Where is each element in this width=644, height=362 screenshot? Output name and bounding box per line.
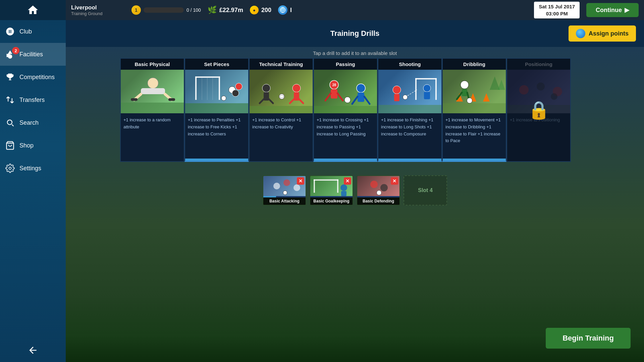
svg-rect-47 bbox=[394, 94, 399, 101]
date-box: Sat 15 Jul 2017 03:00 PM bbox=[534, 2, 580, 18]
slot-remove-button-1[interactable]: ✕ bbox=[297, 177, 304, 185]
drill-image-set-pieces bbox=[185, 70, 248, 113]
svg-rect-41 bbox=[415, 78, 417, 100]
svg-point-69 bbox=[293, 184, 300, 191]
date-value: Sat 15 Jul 2017 bbox=[539, 3, 575, 10]
drill-hint: Tap a drill to add it to an available sl… bbox=[66, 47, 644, 58]
xp-label: 0 / 100 bbox=[186, 7, 201, 13]
slots-area: ✕ Basic Attacking ✕ bbox=[66, 169, 644, 209]
sidebar-back[interactable] bbox=[0, 339, 66, 362]
svg-line-37 bbox=[352, 97, 358, 104]
drills-container: Basic Physical +1 increase to a ran bbox=[66, 58, 644, 165]
sidebar-item-club[interactable]: Club bbox=[0, 20, 66, 43]
svg-rect-75 bbox=[341, 191, 346, 196]
assign-label: Assign points bbox=[589, 30, 629, 37]
svg-rect-2 bbox=[141, 88, 165, 94]
topbar-team: Liverpool bbox=[71, 4, 125, 11]
slot-card-3[interactable]: ✕ Basic Defending bbox=[357, 175, 400, 205]
svg-line-33 bbox=[325, 93, 331, 101]
sidebar-item-facilities[interactable]: Facilities 2 bbox=[0, 43, 66, 66]
begin-training-button[interactable]: Begin Training bbox=[546, 328, 631, 349]
svg-rect-10 bbox=[195, 76, 220, 78]
drill-title-technical-training: Technical Training bbox=[250, 59, 313, 70]
slot-remove-button-2[interactable]: ✕ bbox=[344, 177, 351, 185]
sidebar-item-settings[interactable]: Settings bbox=[0, 157, 66, 180]
svg-rect-6 bbox=[168, 98, 175, 101]
drill-card-basic-physical[interactable]: Basic Physical +1 increase to a ran bbox=[120, 58, 184, 162]
begin-training-label: Begin Training bbox=[562, 334, 614, 342]
slot-card-1[interactable]: ✕ Basic Attacking bbox=[263, 175, 306, 205]
svg-point-24 bbox=[292, 84, 301, 92]
content-area: Training Drills Assign points Tap a dril… bbox=[66, 20, 644, 362]
drill-image-shooting bbox=[378, 70, 441, 113]
slot-label-2: Basic Goalkeeping bbox=[310, 197, 353, 205]
drill-desc-set-pieces: +1 increase to Penalties +1 increase to … bbox=[185, 113, 248, 159]
settings-icon bbox=[5, 164, 15, 173]
slot-card-2[interactable]: ✕ Basic Goalkeeping bbox=[310, 175, 353, 205]
globe-label: I bbox=[290, 7, 292, 14]
drill-selected-bar-dribbling bbox=[443, 159, 506, 161]
drill-card-technical-training[interactable]: Technical Training bbox=[249, 58, 313, 162]
drill-card-positioning[interactable]: Positioning +1 increase to Positioning 🔒 bbox=[506, 58, 571, 162]
sidebar-home-button[interactable] bbox=[0, 0, 66, 20]
svg-rect-32 bbox=[331, 89, 337, 99]
svg-line-38 bbox=[364, 97, 370, 104]
continue-button[interactable]: Continue ▶ bbox=[586, 3, 639, 17]
svg-rect-5 bbox=[131, 98, 138, 101]
drill-desc-basic-physical: +1 increase to a random attribute bbox=[121, 113, 184, 161]
assign-icon bbox=[576, 29, 585, 38]
globe-icon bbox=[278, 5, 287, 15]
drill-selected-bar-passing bbox=[314, 159, 377, 161]
continue-arrow-icon: ▶ bbox=[625, 6, 629, 14]
drill-image-technical-training bbox=[250, 70, 313, 113]
sidebar: Club Facilities 2 Competitions Transfers… bbox=[0, 0, 66, 362]
main-content: Liverpool Training Ground 1 0 / 100 🌿 £2… bbox=[66, 0, 644, 362]
drill-title-passing: Passing bbox=[314, 59, 377, 70]
slot-card-4[interactable]: Slot 4 bbox=[404, 175, 447, 205]
svg-point-70 bbox=[283, 191, 287, 195]
svg-point-17 bbox=[235, 83, 242, 90]
svg-rect-40 bbox=[314, 106, 377, 113]
svg-point-35 bbox=[357, 84, 365, 93]
search-icon bbox=[5, 118, 15, 127]
drill-card-passing[interactable]: Passing 28 bbox=[313, 58, 378, 162]
svg-marker-53 bbox=[483, 93, 490, 102]
drill-card-set-pieces[interactable]: Set Pieces bbox=[184, 58, 249, 162]
drill-card-dribbling[interactable]: Dribbling bbox=[442, 58, 506, 162]
svg-point-46 bbox=[393, 86, 401, 94]
sidebar-item-transfers[interactable]: Transfers bbox=[0, 88, 66, 111]
svg-point-20 bbox=[262, 84, 270, 92]
svg-rect-45 bbox=[424, 92, 430, 99]
home-icon bbox=[27, 4, 39, 16]
topbar-venue: Training Ground bbox=[71, 11, 125, 16]
competitions-icon bbox=[5, 72, 15, 82]
xp-bar-background bbox=[144, 7, 184, 13]
svg-line-34 bbox=[337, 93, 343, 101]
sidebar-item-club-label: Club bbox=[19, 28, 32, 35]
drill-desc-dribbling: +1 increase to Movement +1 increase to D… bbox=[443, 113, 506, 159]
assign-points-button[interactable]: Assign points bbox=[569, 25, 636, 42]
sidebar-item-shop-label: Shop bbox=[19, 142, 34, 149]
drill-card-shooting[interactable]: Shooting bbox=[378, 58, 442, 162]
svg-point-16 bbox=[232, 90, 239, 97]
club-icon bbox=[5, 27, 15, 36]
sidebar-item-competitions[interactable]: Competitions bbox=[0, 66, 66, 88]
drill-image-basic-physical bbox=[121, 70, 184, 113]
drill-selected-bar-shooting bbox=[378, 159, 441, 161]
slot-remove-button-3[interactable]: ✕ bbox=[391, 177, 398, 185]
drill-title-shooting: Shooting bbox=[378, 59, 441, 70]
svg-point-18 bbox=[221, 96, 226, 101]
svg-marker-60 bbox=[498, 80, 505, 90]
sidebar-item-transfers-label: Transfers bbox=[19, 97, 45, 104]
section-title: Training Drills bbox=[261, 29, 449, 38]
sidebar-item-shop[interactable]: Shop bbox=[0, 134, 66, 157]
svg-point-58 bbox=[467, 98, 472, 103]
transfers-icon bbox=[5, 95, 15, 105]
svg-rect-7 bbox=[121, 103, 184, 113]
sidebar-item-search[interactable]: Search bbox=[0, 111, 66, 134]
money-icon: 🌿 bbox=[208, 6, 217, 14]
xp-level: 1 bbox=[131, 5, 141, 15]
svg-point-44 bbox=[423, 84, 431, 92]
svg-point-28 bbox=[279, 94, 284, 99]
shop-icon bbox=[5, 141, 15, 150]
